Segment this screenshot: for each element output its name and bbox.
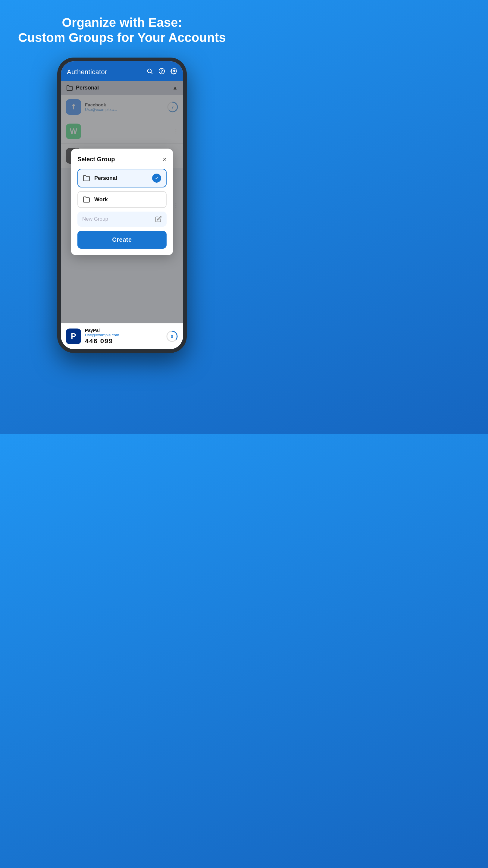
folder-personal-icon [83, 175, 90, 182]
new-group-placeholder: New Group [82, 216, 108, 222]
personal-check-icon: ✓ [152, 174, 161, 183]
svg-point-4 [173, 70, 175, 72]
paypal-timer: 8 [166, 330, 178, 343]
edit-icon [155, 216, 162, 222]
paypal-email: Use@example.com [85, 333, 162, 337]
close-button[interactable]: × [163, 156, 167, 163]
modal-title: Select Group [77, 156, 115, 163]
headline: Organize with Ease:Custom Groups for You… [0, 0, 244, 55]
svg-text:8: 8 [171, 335, 173, 339]
search-icon[interactable] [147, 68, 153, 76]
create-button[interactable]: Create [77, 231, 167, 249]
modal-header: Select Group × [77, 156, 167, 163]
select-group-modal: Select Group × Personal ✓ [71, 149, 173, 255]
personal-option-label: Personal [94, 175, 148, 181]
modal-overlay: Select Group × Personal ✓ [61, 81, 183, 323]
folder-work-icon [83, 196, 90, 203]
svg-line-1 [151, 72, 152, 73]
work-option-label: Work [94, 196, 161, 203]
phone-screen: Authenticator [61, 61, 183, 349]
app-title: Authenticator [67, 68, 107, 76]
account-list: Personal ▲ f Facebook Use@example.c... 7… [61, 81, 183, 323]
paypal-name: PayPal [85, 328, 162, 333]
paypal-icon: P [66, 329, 82, 344]
paypal-code: 446 099 [85, 337, 162, 345]
phone-wrapper: Authenticator [57, 58, 187, 353]
paypal-info: PayPal Use@example.com 446 099 [85, 328, 162, 345]
settings-icon[interactable] [170, 68, 177, 76]
group-option-personal[interactable]: Personal ✓ [77, 169, 167, 187]
header-icons [147, 68, 177, 76]
help-icon[interactable] [158, 68, 165, 76]
new-group-input[interactable]: New Group [77, 212, 167, 227]
group-option-work[interactable]: Work [77, 191, 167, 208]
account-item-paypal: P PayPal Use@example.com 446 099 8 ⋮ [61, 323, 183, 349]
app-header: Authenticator [61, 61, 183, 81]
